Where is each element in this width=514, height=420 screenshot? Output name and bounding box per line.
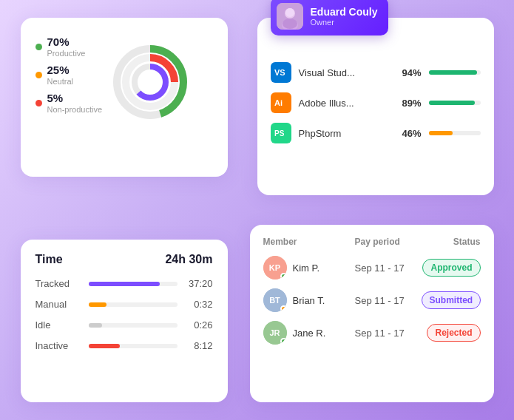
dashboard: 70% Productive 25% Neutral 5% Non-produc… <box>21 18 494 402</box>
legend-productive: 70% Productive <box>35 35 103 58</box>
app-pct-ai: 89% <box>395 98 422 109</box>
apps-card: Eduard Couly Owner VS Visual Stud... 94%… <box>257 18 494 195</box>
neutral-percent: 25% <box>47 64 73 76</box>
payroll-name-jane: Jane R. <box>293 328 355 339</box>
app-bar-wrap-ps <box>429 131 481 135</box>
time-bar-inactive <box>89 344 120 348</box>
app-name-vs: Visual Stud... <box>299 67 388 78</box>
payroll-row-jane: JR Jane R. Sep 11 - 17 Rejected <box>263 321 481 345</box>
app-row-vs: VS Visual Stud... 94% <box>271 62 481 83</box>
neutral-label: Neutral <box>47 77 73 86</box>
svg-text:VS: VS <box>274 68 285 77</box>
payroll-period-brian: Sep 11 - 17 <box>355 295 422 306</box>
approved-badge: Approved <box>422 259 480 277</box>
avatar-kim: KP <box>263 256 287 280</box>
time-label-idle: Idle <box>35 319 81 331</box>
app-row-ai: Ai Adobe Illus... 89% <box>271 92 481 113</box>
app-name-ps: PhpStorm <box>299 128 388 139</box>
time-row-idle: Idle 0:26 <box>35 319 213 331</box>
ps-icon: PS <box>271 123 291 143</box>
avatar-brian: BT <box>263 288 287 312</box>
time-title: Time <box>35 253 63 266</box>
nonproductive-label: Non-productive <box>47 105 103 114</box>
productive-dot <box>35 44 42 50</box>
time-bar-wrap-inactive <box>89 344 177 348</box>
app-name-ai: Adobe Illus... <box>299 98 388 109</box>
app-bar-vs <box>429 70 478 75</box>
time-row-inactive: Inactive 8:12 <box>35 340 213 351</box>
payroll-card: Member Pay period Status KP Kim P. Sep 1… <box>250 225 494 402</box>
time-bar-idle <box>89 323 102 328</box>
time-row-tracked: Tracked 37:20 <box>35 278 213 289</box>
user-role: Owner <box>311 18 378 27</box>
user-avatar <box>277 3 303 30</box>
time-label-manual: Manual <box>35 299 81 310</box>
time-row-manual: Manual 0:32 <box>35 299 213 310</box>
productive-percent: 70% <box>47 35 86 48</box>
app-pct-vs: 94% <box>395 67 422 78</box>
payroll-period-jane: Sep 11 - 17 <box>355 328 422 339</box>
time-bar-wrap-manual <box>89 302 177 307</box>
col-period: Pay period <box>355 237 422 247</box>
nonproductive-percent: 5% <box>47 92 103 104</box>
status-dot-brian <box>280 305 287 312</box>
neutral-dot <box>35 72 42 78</box>
time-value-idle: 0:26 <box>185 319 213 331</box>
payroll-name-brian: Brian T. <box>293 295 355 306</box>
time-bar-manual <box>89 302 106 307</box>
payroll-status-kim: Approved <box>422 259 481 277</box>
rejected-badge: Rejected <box>427 324 480 342</box>
payroll-header: Member Pay period Status <box>263 237 481 247</box>
user-badge: Eduard Couly Owner <box>271 0 388 35</box>
apps-list: VS Visual Stud... 94% Ai Adobe Illus... … <box>257 50 494 155</box>
app-bar-ps <box>429 131 453 135</box>
user-name: Eduard Couly <box>311 6 378 18</box>
app-pct-ps: 46% <box>395 128 422 139</box>
payroll-status-brian: Submitted <box>422 291 481 309</box>
payroll-name-kim: Kim P. <box>293 262 355 274</box>
svg-text:Ai: Ai <box>274 98 283 107</box>
col-member: Member <box>263 237 355 247</box>
productivity-card: 70% Productive 25% Neutral 5% Non-produc… <box>21 18 228 177</box>
vs-icon: VS <box>271 62 291 83</box>
time-value-tracked: 37:20 <box>185 278 213 289</box>
productivity-legend: 70% Productive 25% Neutral 5% Non-produc… <box>35 33 103 114</box>
time-value-inactive: 8:12 <box>185 340 213 351</box>
svg-text:PS: PS <box>274 129 285 138</box>
app-bar-ai <box>429 101 475 105</box>
svg-point-9 <box>285 8 294 17</box>
payroll-row-kim: KP Kim P. Sep 11 - 17 Approved <box>263 256 481 280</box>
payroll-status-jane: Rejected <box>422 324 481 342</box>
avatar-jane: JR <box>263 321 287 345</box>
productive-label: Productive <box>47 49 86 58</box>
nonproductive-dot <box>35 100 42 106</box>
time-bar-wrap-idle <box>89 323 177 328</box>
donut-chart <box>109 41 191 123</box>
time-label-tracked: Tracked <box>35 278 81 289</box>
time-header: Time 24h 30m <box>35 253 213 266</box>
payroll-row-brian: BT Brian T. Sep 11 - 17 Submitted <box>263 288 481 312</box>
status-dot-kim <box>280 273 287 280</box>
col-status: Status <box>422 237 481 247</box>
time-label-inactive: Inactive <box>35 340 81 351</box>
time-total: 24h 30m <box>165 253 212 266</box>
app-row-ps: PS PhpStorm 46% <box>271 123 481 143</box>
time-value-manual: 0:32 <box>185 299 213 310</box>
submitted-badge: Submitted <box>422 291 481 309</box>
time-bar-wrap-tracked <box>89 282 177 286</box>
app-bar-wrap-ai <box>429 101 481 105</box>
time-bar-tracked <box>89 282 160 286</box>
ai-icon: Ai <box>271 92 291 113</box>
time-card: Time 24h 30m Tracked 37:20 Manual 0:32 I… <box>21 240 228 402</box>
svg-point-10 <box>283 18 297 29</box>
user-info: Eduard Couly Owner <box>311 6 378 27</box>
legend-neutral: 25% Neutral <box>35 64 103 86</box>
status-dot-jane <box>280 338 287 345</box>
legend-nonproductive: 5% Non-productive <box>35 92 103 114</box>
app-bar-wrap-vs <box>429 70 481 75</box>
payroll-period-kim: Sep 11 - 17 <box>355 262 422 274</box>
